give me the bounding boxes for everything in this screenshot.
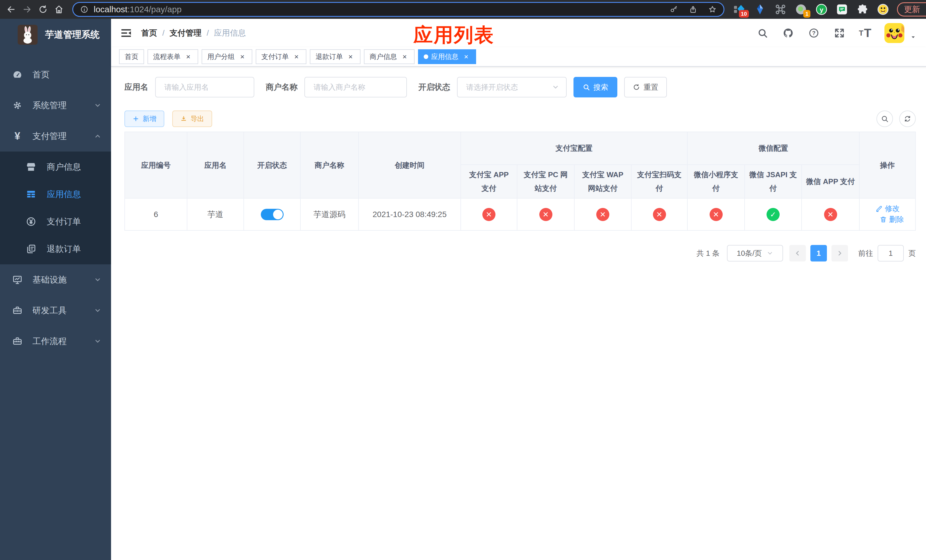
- status-toggle[interactable]: [261, 209, 284, 220]
- tab-pay-order[interactable]: 支付订单×: [256, 49, 306, 64]
- sidebar-item-label: 退款订单: [47, 243, 81, 255]
- sidebar-collapse-icon[interactable]: [120, 26, 133, 39]
- add-button[interactable]: 新增: [124, 110, 164, 127]
- extensions-cluster: 10 1 y: [733, 3, 890, 16]
- url-path: :1024/pay/app: [127, 5, 182, 14]
- column-header-actions: 操作: [859, 132, 915, 198]
- browser-back-icon[interactable]: [5, 3, 18, 16]
- avatar[interactable]: [884, 23, 904, 43]
- close-icon[interactable]: ×: [346, 52, 355, 61]
- chevron-down-icon: [94, 276, 101, 283]
- sidebar-item-dev-tools[interactable]: 研发工具: [0, 295, 111, 326]
- tags-view-bar: 首页 流程表单× 用户分组× 支付订单× 退款订单× 商户信息× 应用信息×: [111, 47, 926, 67]
- filter-form: 应用名 商户名称 开启状态 请选择开启状态 搜索: [124, 77, 916, 97]
- merchant-name-input[interactable]: [304, 77, 407, 97]
- sidebar-item-refund-order[interactable]: 退款订单: [0, 235, 111, 263]
- sidebar-item-system[interactable]: 系统管理: [0, 90, 111, 121]
- sidebar-item-label: 系统管理: [32, 100, 67, 111]
- grid-table-icon: [26, 189, 36, 200]
- sidebar-item-pay-order[interactable]: 支付订单: [0, 208, 111, 235]
- column-group-alipay: 支付宝配置: [461, 132, 687, 165]
- extension-chat-icon[interactable]: [835, 3, 849, 16]
- extension-command-icon[interactable]: [774, 3, 787, 16]
- sidebar-item-label: 工作流程: [32, 336, 67, 347]
- font-size-icon[interactable]: TT: [859, 27, 872, 39]
- app-logo-row[interactable]: 芋道管理系统: [0, 19, 111, 51]
- copy-document-icon: [26, 244, 36, 254]
- wx-jsapi-status-icon: ✓: [767, 208, 780, 221]
- dashboard-icon: [12, 69, 23, 80]
- sidebar-item-workflow[interactable]: 工作流程: [0, 326, 111, 357]
- page-number-1[interactable]: 1: [810, 245, 827, 262]
- sidebar-menu: 首页 系统管理 ¥ 支付管理: [0, 59, 111, 357]
- column-header-alipay-pc: 支付宝 PC 网站支付: [517, 165, 574, 198]
- browser-reload-icon[interactable]: [36, 3, 50, 16]
- page-size-select[interactable]: 10条/页: [727, 245, 783, 262]
- table-row: 6 芋道 芋道源码 2021-10-23 08:49:25 ✕ ✕ ✕ ✕ ✕ …: [125, 198, 915, 230]
- sidebar-item-app-info[interactable]: 应用信息: [0, 180, 111, 208]
- chevron-down-icon: [94, 102, 101, 109]
- share-icon[interactable]: [688, 5, 698, 14]
- site-info-icon[interactable]: [79, 5, 89, 14]
- extensions-puzzle-icon[interactable]: [856, 3, 869, 16]
- breadcrumb-separator: /: [207, 29, 209, 38]
- close-icon[interactable]: ×: [238, 52, 247, 61]
- status-select-placeholder: 请选择开启状态: [466, 82, 518, 92]
- sidebar-item-merchant-info[interactable]: 商户信息: [0, 153, 111, 180]
- header-search-icon[interactable]: [756, 27, 769, 39]
- browser-update-button[interactable]: 更新: [897, 2, 926, 17]
- extension-badge: 1: [803, 10, 810, 18]
- browser-forward-icon[interactable]: [21, 3, 33, 16]
- github-icon[interactable]: [782, 27, 794, 39]
- extension-sider-icon[interactable]: 10: [733, 3, 746, 16]
- breadcrumb-home[interactable]: 首页: [141, 28, 157, 38]
- bookmark-star-icon[interactable]: [708, 5, 717, 14]
- app-name-input[interactable]: [155, 77, 254, 97]
- breadcrumb-payment[interactable]: 支付管理: [170, 28, 201, 38]
- edit-link[interactable]: 修改: [875, 204, 900, 213]
- sidebar-item-home[interactable]: 首页: [0, 59, 111, 90]
- password-key-icon[interactable]: [669, 5, 679, 14]
- toggle-search-button[interactable]: [876, 110, 893, 127]
- address-bar[interactable]: localhost:1024/pay/app: [72, 2, 725, 17]
- prev-page-button[interactable]: [789, 245, 806, 262]
- monitor-icon: [12, 274, 23, 285]
- sidebar-item-payment[interactable]: ¥ 支付管理: [0, 121, 111, 151]
- extension-y-icon[interactable]: y: [815, 3, 828, 16]
- close-icon[interactable]: ×: [292, 52, 301, 61]
- svg-text:?: ?: [812, 30, 816, 36]
- help-icon[interactable]: ?: [808, 27, 820, 39]
- export-button[interactable]: 导出: [172, 110, 212, 127]
- yen-icon: ¥: [12, 131, 23, 142]
- extension-recorder-icon[interactable]: 1: [794, 3, 808, 16]
- close-icon[interactable]: ×: [462, 52, 471, 61]
- close-icon[interactable]: ×: [184, 52, 192, 61]
- goto-page-input[interactable]: [878, 245, 904, 262]
- sidebar-item-label: 支付订单: [47, 216, 81, 228]
- avatar-caret-icon[interactable]: [910, 26, 916, 40]
- tab-refund-order[interactable]: 退款订单×: [310, 49, 360, 64]
- fullscreen-icon[interactable]: [833, 27, 846, 39]
- browser-home-icon[interactable]: [52, 3, 65, 16]
- refresh-button[interactable]: [899, 110, 916, 127]
- sidebar-item-label: 商户信息: [47, 161, 81, 173]
- tab-home[interactable]: 首页: [119, 49, 144, 64]
- status-select[interactable]: 请选择开启状态: [457, 77, 567, 97]
- column-header-app-id: 应用编号: [125, 132, 187, 198]
- close-icon[interactable]: ×: [400, 52, 409, 61]
- reset-button[interactable]: 重置: [624, 77, 667, 97]
- column-header-alipay-wap: 支付宝 WAP 网站支付: [574, 165, 631, 198]
- tab-merchant-info[interactable]: 商户信息×: [364, 49, 415, 64]
- tab-process-form[interactable]: 流程表单×: [147, 49, 198, 64]
- tab-app-info[interactable]: 应用信息×: [418, 49, 476, 64]
- breadcrumb-current: 应用信息: [214, 28, 246, 38]
- sidebar-item-infrastructure[interactable]: 基础设施: [0, 264, 111, 295]
- delete-link[interactable]: 删除: [879, 215, 904, 224]
- next-page-button[interactable]: [831, 245, 848, 262]
- alipay-wap-status-icon: ✕: [596, 208, 609, 221]
- search-button[interactable]: 搜索: [573, 77, 617, 97]
- tab-user-group[interactable]: 用户分组×: [201, 49, 252, 64]
- profile-smiley-icon[interactable]: [876, 3, 890, 16]
- column-header-created: 创建时间: [359, 132, 461, 198]
- extension-kite-icon[interactable]: [754, 3, 767, 16]
